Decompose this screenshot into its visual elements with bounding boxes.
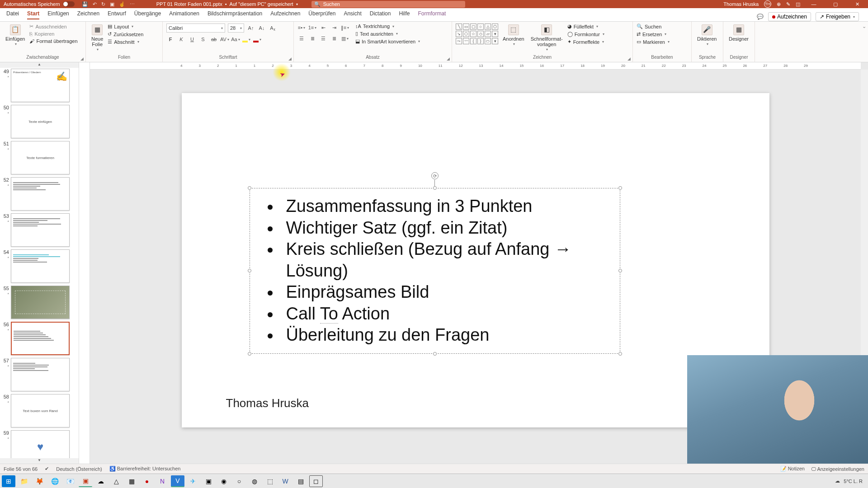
touch-icon[interactable]: ☝ <box>119 1 125 7</box>
slide-thumbnail[interactable]: 59♥ <box>1 430 76 458</box>
taskbar-app6[interactable]: ◍ <box>248 475 261 487</box>
bold-button[interactable]: F <box>166 35 175 43</box>
autosave-toggle[interactable] <box>63 1 75 7</box>
taskbar-word[interactable]: W <box>278 475 292 487</box>
accessibility-status[interactable]: ♿ Barrierefreiheit: Untersuchen <box>109 466 181 472</box>
taskbar-visio[interactable]: V <box>171 475 184 487</box>
resize-handle[interactable] <box>433 352 437 356</box>
horizontal-ruler[interactable]: 4321123456789101112131415161718192021222… <box>90 62 861 70</box>
tab-uebergaenge[interactable]: Übergänge <box>134 10 161 19</box>
user-name[interactable]: Thomas Hruska <box>723 1 759 7</box>
tab-entwurf[interactable]: Entwurf <box>108 10 126 19</box>
resize-handle[interactable] <box>248 352 251 356</box>
new-slide-button[interactable]: ▦Neue Folie▾ <box>90 23 105 53</box>
resize-handle[interactable] <box>248 269 251 272</box>
maximize-button[interactable]: ▢ <box>827 1 844 7</box>
tab-start[interactable]: Start <box>27 10 39 19</box>
select-button[interactable]: ▭Markieren▾ <box>637 39 670 45</box>
present-icon[interactable]: ▣ <box>110 1 114 7</box>
tab-ueberpruefen[interactable]: Überprüfen <box>308 10 335 19</box>
ink-icon[interactable]: ✎ <box>786 1 790 7</box>
search-input[interactable] <box>323 1 462 7</box>
slide-thumbnail[interactable]: 49Präsentieren / Gliedern✍ <box>1 69 76 102</box>
font-dialog-icon[interactable]: ◢ <box>288 56 292 61</box>
tab-animationen[interactable]: Animationen <box>169 10 199 19</box>
slide-thumbnail[interactable]: 58Text boxen vom Rand <box>1 394 76 427</box>
underline-button[interactable]: U <box>188 35 196 43</box>
section-button[interactable]: ☰Abschnitt▾ <box>108 39 143 45</box>
font-name-select[interactable]: Calibri▾ <box>166 23 225 33</box>
title-dropdown-icon[interactable]: ▾ <box>296 2 298 6</box>
format-painter-button[interactable]: 🖌Format übertragen <box>29 38 77 44</box>
tab-bildschirmpraesentation[interactable]: Bildschirmpräsentation <box>208 10 262 19</box>
save-icon[interactable]: 💾 <box>82 1 88 7</box>
text-direction-button[interactable]: ↕ATextrichtung▾ <box>355 23 420 29</box>
clipboard-dialog-icon[interactable]: ◢ <box>80 56 84 61</box>
taskbar-app9[interactable]: ◻ <box>309 475 323 487</box>
taskbar-app2[interactable]: ▦ <box>125 475 138 487</box>
shape-fill-button[interactable]: ◕Fülleffekt▾ <box>567 23 604 29</box>
strike-button[interactable]: ab <box>210 35 218 43</box>
resize-handle[interactable] <box>618 269 622 272</box>
qat-more-icon[interactable]: ⋯ <box>130 1 135 7</box>
outdent-button[interactable]: ⇤ <box>319 23 327 32</box>
rotate-handle[interactable]: ⟳ <box>431 172 439 179</box>
bullet-item[interactable]: Call To Action <box>281 303 602 325</box>
shadow-button[interactable]: S <box>199 35 207 43</box>
font-color-button[interactable]: ▾ <box>253 35 261 43</box>
share-button[interactable]: ↗Freigeben▾ <box>816 12 859 21</box>
resize-handle[interactable] <box>618 186 622 190</box>
align-text-button[interactable]: ▯Text ausrichten▾ <box>355 31 420 37</box>
numbering-button[interactable]: 1≡▾ <box>308 23 316 32</box>
taskbar-obs[interactable]: ◉ <box>217 475 231 487</box>
search-field[interactable]: 🔍 <box>311 1 465 8</box>
slide-thumbnail[interactable]: 51Texte formatieren <box>1 141 76 174</box>
taskbar-explorer[interactable]: 📁 <box>17 475 31 487</box>
paste-button[interactable]: 📋Einfügen▾ <box>4 23 27 47</box>
slide-counter[interactable]: Folie 56 von 66 <box>4 466 38 472</box>
bullet-item[interactable]: Kreis schließen (Bezug auf Anfang → Lösu… <box>281 239 602 282</box>
redo-icon[interactable]: ↻ <box>101 1 105 7</box>
taskbar-app8[interactable]: ▤ <box>294 475 307 487</box>
arrange-button[interactable]: ⬚Anordnen▾ <box>501 23 526 47</box>
taskbar-telegram[interactable]: ✈ <box>186 475 200 487</box>
resize-handle[interactable] <box>618 352 622 356</box>
align-right-button[interactable]: ☰ <box>319 34 327 42</box>
taskbar-app4[interactable]: ▣ <box>202 475 215 487</box>
ribbon-collapse-icon[interactable]: ⌄ <box>862 23 866 29</box>
close-button[interactable]: ✕ <box>849 1 865 7</box>
display-settings-button[interactable]: 🖵 Anzeigeeinstellungen <box>811 466 864 472</box>
start-button[interactable]: ⊞ <box>2 475 15 487</box>
grow-font-button[interactable]: A↑ <box>247 24 255 32</box>
shape-gallery[interactable]: ╲▭▢○△⬠ ↘⬡☆◇▱▾ ⤳〰{}⬭▾ <box>456 23 498 44</box>
notes-button[interactable]: 📝 Notizen <box>780 466 805 472</box>
tab-zeichnen[interactable]: Zeichnen <box>77 10 99 19</box>
shrink-font-button[interactable]: A↓ <box>258 24 266 32</box>
designer-button[interactable]: ▦Designer <box>727 23 750 42</box>
resize-handle[interactable] <box>248 186 251 190</box>
dictate-button[interactable]: 🎤Diktieren▾ <box>695 23 718 47</box>
upcoming-icon[interactable]: ⊕ <box>777 1 781 7</box>
italic-button[interactable]: K <box>177 35 185 43</box>
tab-ansicht[interactable]: Ansicht <box>344 10 361 19</box>
user-avatar[interactable]: TH <box>764 0 771 8</box>
tray-weather[interactable]: 5°C L. R <box>844 479 863 484</box>
taskbar-onenote[interactable]: N <box>156 475 169 487</box>
reset-button[interactable]: ↺Zurücksetzen <box>108 31 143 37</box>
bullet-item[interactable]: Wichtiger Satz (ggf. ein Zitat) <box>281 217 602 239</box>
cut-button[interactable]: ✂Ausschneiden <box>29 23 77 29</box>
highlight-button[interactable]: ▾ <box>242 35 250 43</box>
taskbar-powerpoint[interactable]: ▣ <box>79 475 92 487</box>
slide-thumbnail[interactable]: 53 <box>1 213 76 247</box>
change-case-button[interactable]: Aa▾ <box>231 35 240 43</box>
thumb-scroll-down[interactable]: ▼ <box>0 458 79 464</box>
paragraph-dialog-icon[interactable]: ◢ <box>447 56 450 61</box>
tab-dictation[interactable]: Dictation <box>370 10 391 19</box>
slide-thumbnail[interactable]: 52 <box>1 177 76 211</box>
char-spacing-button[interactable]: AV▾ <box>221 35 229 43</box>
tab-hilfe[interactable]: Hilfe <box>399 10 410 19</box>
taskbar-app1[interactable]: ☁ <box>94 475 108 487</box>
spellcheck-icon[interactable]: ✔ <box>45 466 49 472</box>
language-status[interactable]: Deutsch (Österreich) <box>56 466 102 472</box>
slide-thumbnail[interactable]: 50Texte einfügen <box>1 105 76 138</box>
